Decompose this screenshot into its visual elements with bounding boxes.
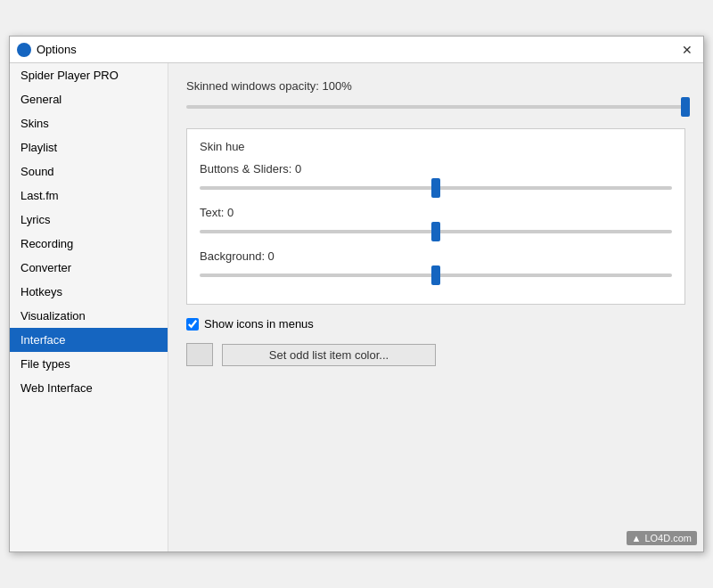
- sidebar-item-sound[interactable]: Sound: [10, 159, 168, 184]
- title-bar-left: Options: [17, 43, 77, 57]
- buttons-sliders-slider-thumb[interactable]: [431, 178, 440, 198]
- opacity-slider-thumb[interactable]: [681, 97, 690, 117]
- color-swatch[interactable]: [186, 343, 213, 366]
- color-btn-row: Set odd list item color...: [186, 343, 685, 366]
- close-button[interactable]: ✕: [678, 41, 696, 59]
- sidebar-item-file-types[interactable]: File types: [10, 352, 168, 376]
- show-icons-row: Show icons in menus: [186, 317, 685, 331]
- opacity-slider-bg: [186, 105, 685, 109]
- sidebar: Spider Player PROGeneralSkinsPlaylistSou…: [10, 63, 168, 551]
- opacity-section: Skinned windows opacity: 100%: [186, 79, 685, 116]
- text-slider-bg: [200, 230, 672, 233]
- background-hue-row: Background: 0: [200, 249, 672, 284]
- sidebar-item-playlist[interactable]: Playlist: [10, 135, 168, 159]
- sidebar-item-general[interactable]: General: [10, 87, 168, 111]
- buttons-sliders-row: Buttons & Sliders: 0: [200, 162, 672, 197]
- buttons-sliders-slider-bg: [200, 186, 672, 190]
- sidebar-item-skins[interactable]: Skins: [10, 111, 168, 135]
- sidebar-item-hotkeys[interactable]: Hotkeys: [10, 280, 168, 304]
- sidebar-item-converter[interactable]: Converter: [10, 256, 168, 280]
- text-slider-track[interactable]: [200, 223, 672, 241]
- sidebar-item-interface[interactable]: Interface: [10, 328, 168, 352]
- sidebar-item-spider-player-pro[interactable]: Spider Player PRO: [10, 63, 168, 87]
- app-icon: [17, 43, 31, 57]
- background-hue-label: Background: 0: [200, 249, 672, 263]
- sidebar-item-visualization[interactable]: Visualization: [10, 304, 168, 328]
- watermark-text: LO4D.com: [644, 533, 692, 543]
- opacity-slider-track[interactable]: [186, 98, 685, 116]
- opacity-label: Skinned windows opacity: 100%: [186, 79, 685, 93]
- buttons-sliders-label: Buttons & Sliders: 0: [200, 162, 672, 176]
- sidebar-item-recording[interactable]: Recording: [10, 232, 168, 256]
- watermark-icon: ▲: [632, 533, 642, 543]
- title-bar: Options ✕: [10, 37, 703, 63]
- options-window: Options ✕ Spider Player PROGeneralSkinsP…: [9, 36, 704, 552]
- main-panel: Skinned windows opacity: 100% Skin hue B…: [168, 63, 703, 551]
- sidebar-item-web-interface[interactable]: Web Interface: [10, 376, 168, 400]
- text-hue-row: Text: 0: [200, 206, 672, 241]
- window-title: Options: [37, 43, 77, 56]
- skin-hue-box: Skin hue Buttons & Sliders: 0 Text: 0: [186, 128, 685, 305]
- skin-hue-title: Skin hue: [200, 140, 672, 153]
- sidebar-item-lastfm[interactable]: Last.fm: [10, 184, 168, 208]
- show-icons-label[interactable]: Show icons in menus: [204, 317, 314, 331]
- background-slider-bg: [200, 274, 672, 277]
- background-slider-track[interactable]: [200, 266, 672, 284]
- text-slider-thumb[interactable]: [431, 222, 440, 241]
- text-hue-label: Text: 0: [200, 206, 672, 219]
- set-odd-color-button[interactable]: Set odd list item color...: [222, 344, 436, 366]
- buttons-sliders-slider-track[interactable]: [200, 179, 672, 197]
- content-area: Spider Player PROGeneralSkinsPlaylistSou…: [10, 63, 703, 551]
- background-slider-thumb[interactable]: [431, 265, 440, 285]
- watermark: ▲ LO4D.com: [627, 531, 697, 545]
- show-icons-checkbox[interactable]: [186, 318, 199, 331]
- sidebar-item-lyrics[interactable]: Lyrics: [10, 208, 168, 232]
